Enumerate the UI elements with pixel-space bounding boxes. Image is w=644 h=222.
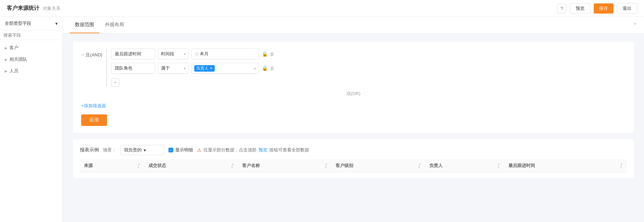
scene-value: 我负责的 xyxy=(124,147,142,153)
report-label: 报表示例 xyxy=(80,147,99,153)
scene-select[interactable]: 我负责的 ▾ xyxy=(120,145,164,155)
report-table: 来源 ▲ ▾ 成交状态 xyxy=(80,159,627,172)
and-group: − 且(AND) 最后跟进时间 时间段 ▾ xyxy=(81,49,626,87)
apply-button[interactable]: 应用 xyxy=(81,114,107,126)
or-row: 或(OR) xyxy=(81,87,626,101)
sidebar-search: 🔍 xyxy=(0,30,62,40)
arrow-icon: ▶ xyxy=(5,46,7,50)
chevron-down-icon: ▾ xyxy=(55,21,58,26)
chevron-down-icon: ▾ xyxy=(144,148,146,153)
header-left: 客户来源统计 对象关系 xyxy=(7,5,60,12)
warning-text2: 按钮可查看全部数据 xyxy=(269,147,309,153)
sidebar-item-people[interactable]: ▶ 人员 xyxy=(0,65,62,77)
sidebar-item-team[interactable]: ▶ 相关团队 xyxy=(0,54,62,65)
tabs-left: 数据范围 外观布局 xyxy=(70,17,129,33)
type-selector[interactable]: 全部类型字段 ▾ xyxy=(0,17,62,30)
sort-icons[interactable]: ▲ ▾ xyxy=(498,163,500,169)
arrow-icon: ▶ xyxy=(5,69,7,73)
sidebar: 全部类型字段 ▾ 🔍 ▶ 客户 ▶ 相关团队 ▶ 人员 xyxy=(0,17,63,222)
sidebar-item-label: 相关团队 xyxy=(10,56,27,62)
header: 客户来源统计 对象关系 ? 预览 保存 退出 xyxy=(0,0,644,17)
field-selector-2[interactable]: 团队角色 xyxy=(111,63,155,74)
arrow-icon: ▶ xyxy=(5,58,7,61)
clock-icon: ◷ xyxy=(195,52,198,56)
check-icon: ✓ xyxy=(169,148,172,152)
show-detail-checkbox[interactable]: ✓ xyxy=(168,148,173,152)
search-input[interactable] xyxy=(3,33,60,38)
and-label: − 且(AND) xyxy=(81,52,102,58)
col-responsible: 负责人 ▲ ▾ xyxy=(425,159,504,172)
field-label-1: 最后跟进时间 xyxy=(115,51,141,57)
checkbox-row: ✓ 显示明细 xyxy=(168,147,193,153)
tag-remove-icon[interactable]: ✕ xyxy=(210,66,213,71)
report-section: 报表示例 场景： 我负责的 ▾ ✓ 显示明细 ⚠ 仅显示部分数据，点击 xyxy=(73,140,634,178)
tabs-bar: 数据范围 外观布局 ⌃ xyxy=(63,17,644,34)
tag-add-icon[interactable]: + xyxy=(253,66,256,71)
tag-label: 负责人 xyxy=(196,66,209,71)
sort-icons[interactable]: ▲ ▾ xyxy=(231,163,234,169)
add-filter-link[interactable]: +添加筛选器 xyxy=(81,103,106,109)
type-selector-label: 全部类型字段 xyxy=(5,20,31,26)
value-label-1: 本月 xyxy=(200,51,209,57)
collapse-icon[interactable]: ⌃ xyxy=(633,22,637,29)
page-subtitle: 对象关系 xyxy=(43,5,60,12)
operator-selector-2[interactable]: 属于 ▾ xyxy=(158,63,189,74)
col-label: 最后跟进时间 xyxy=(508,163,535,169)
warning-icon: ⚠ xyxy=(197,147,201,153)
add-condition-button[interactable]: + xyxy=(111,78,119,87)
col-label: 成交状态 xyxy=(148,163,166,169)
delete-icon[interactable]: 🗑 xyxy=(270,51,274,57)
chevron-down-icon: ▾ xyxy=(184,67,185,70)
preview-link[interactable]: 预览 xyxy=(258,147,267,153)
tag-item: 负责人 ✕ xyxy=(194,65,215,72)
col-label: 客户名称 xyxy=(242,163,260,169)
field-selector-1[interactable]: 最后跟进时间 xyxy=(111,49,155,59)
col-deal-status: 成交状态 ▲ ▾ xyxy=(144,159,238,172)
detail-label: 显示明细 xyxy=(175,147,193,153)
operator-selector-1[interactable]: 时间段 ▾ xyxy=(158,49,189,59)
col-source: 来源 ▲ ▾ xyxy=(80,159,144,172)
main-layout: 全部类型字段 ▾ 🔍 ▶ 客户 ▶ 相关团队 ▶ 人员 数 xyxy=(0,17,644,222)
col-customer-level: 客户级别 ▲ ▾ xyxy=(332,159,425,172)
or-label: 或(OR) xyxy=(346,91,360,96)
lock-icon[interactable]: 🔒 xyxy=(262,66,268,71)
chevron-down-icon: ▾ xyxy=(184,52,185,56)
report-header: 报表示例 场景： 我负责的 ▾ ✓ 显示明细 ⚠ 仅显示部分数据，点击 xyxy=(80,145,627,155)
filter-section: − 且(AND) 最后跟进时间 时间段 ▾ xyxy=(73,42,634,133)
tab-data-range[interactable]: 数据范围 xyxy=(70,17,100,33)
row-actions-2: 🔒 🗑 xyxy=(262,66,274,71)
page-title: 客户来源统计 xyxy=(7,5,39,12)
sidebar-nav: ▶ 客户 ▶ 相关团队 ▶ 人员 xyxy=(0,40,62,222)
content: 数据范围 外观布局 ⌃ − 且(AND) 最后 xyxy=(63,17,644,222)
col-customer-name: 客户名称 ▲ ▾ xyxy=(238,159,332,172)
col-label: 负责人 xyxy=(429,163,443,169)
sort-icons[interactable]: ▲ ▾ xyxy=(620,163,623,169)
col-last-followup: 最后跟进时间 ▲ ▾ xyxy=(504,159,627,172)
sort-icons[interactable]: ▲ ▾ xyxy=(418,163,421,169)
sidebar-item-customer[interactable]: ▶ 客户 xyxy=(0,42,62,54)
sort-icons[interactable]: ▲ ▾ xyxy=(138,163,140,169)
minus-icon[interactable]: − xyxy=(81,52,84,58)
col-label: 客户级别 xyxy=(336,163,353,169)
lock-icon[interactable]: 🔒 xyxy=(262,51,268,57)
header-right: ? 预览 保存 退出 xyxy=(557,3,637,14)
warning-row: ⚠ 仅显示部分数据，点击顶部 预览 按钮可查看全部数据 xyxy=(197,147,309,153)
and-text: 且(AND) xyxy=(86,52,102,58)
tag-value-2: 负责人 ✕ + xyxy=(191,63,259,74)
delete-icon[interactable]: 🗑 xyxy=(270,66,274,71)
sidebar-item-label: 客户 xyxy=(10,45,18,51)
exit-button[interactable]: 退出 xyxy=(617,3,637,14)
tab-appearance[interactable]: 外观布局 xyxy=(100,17,129,33)
help-button[interactable]: ? xyxy=(557,4,567,13)
field-label-2: 团队角色 xyxy=(115,65,132,71)
warning-text: 仅显示部分数据，点击顶部 xyxy=(203,147,256,153)
sidebar-item-label: 人员 xyxy=(10,68,18,74)
content-body: − 且(AND) 最后跟进时间 时间段 ▾ xyxy=(63,34,644,222)
sort-icons[interactable]: ▲ ▾ xyxy=(325,163,328,169)
save-button[interactable]: 保存 xyxy=(594,3,613,14)
condition-row: 最后跟进时间 时间段 ▾ ◷ 本月 🔒 xyxy=(111,49,274,59)
value-input-1[interactable]: ◷ 本月 xyxy=(191,49,259,59)
operator-label-1: 时间段 xyxy=(161,51,174,57)
preview-button[interactable]: 预览 xyxy=(570,3,590,14)
row-actions-1: 🔒 🗑 xyxy=(262,51,274,57)
